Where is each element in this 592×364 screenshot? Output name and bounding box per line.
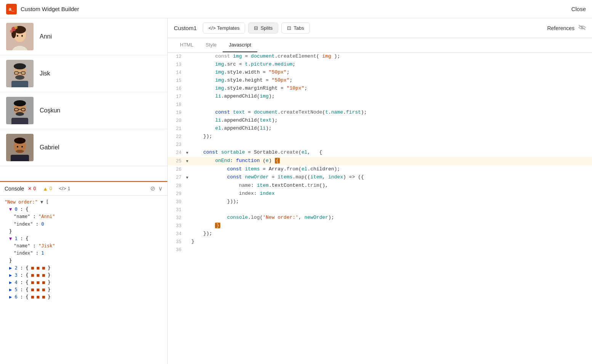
svg-rect-19 (11, 118, 28, 124)
line-number: 25 (168, 157, 186, 165)
code-line-28: 28 name: item.textContent.trim(), (168, 182, 592, 190)
code-line-26: 26 const items = Array.from(el.children)… (168, 165, 592, 173)
line-number: 17 (168, 93, 186, 101)
svg-point-21 (14, 100, 26, 106)
line-number: 29 (168, 190, 186, 198)
line-content: el.appendChild(li); (191, 125, 592, 132)
line-content: const items = Array.from(el.children); (191, 165, 592, 173)
line-number: 33 (168, 222, 186, 230)
eye-slash-svg (578, 25, 586, 30)
svg-point-9 (21, 35, 23, 37)
svg-rect-11 (11, 81, 28, 87)
code-line-21: 21 el.appendChild(li); (168, 125, 592, 133)
line-arrow (186, 246, 191, 247)
tab-javascript[interactable]: Javascript (223, 38, 257, 52)
code-line-13: 13 img.src = t.picture.medium; (168, 61, 592, 69)
close-button[interactable]: Close (571, 6, 586, 12)
topbar-left: a_ Custom Widget Builder (6, 4, 79, 14)
line-content: onEnd: function (e) { (191, 157, 592, 165)
console-line: "name" : "Jisk" (5, 242, 163, 250)
tab-style[interactable]: Style (199, 38, 223, 52)
svg-point-31 (17, 146, 18, 148)
tabs-button[interactable]: ⊡ Tabs (281, 22, 310, 34)
code-line-22: 22 }); (168, 133, 592, 141)
line-content (191, 141, 592, 148)
line-arrow (186, 133, 191, 133)
console-line[interactable]: ▶ 2 : { ■ ■ ■ } (5, 265, 163, 272)
tabs-icon: ⊡ (287, 25, 291, 31)
line-content: }); (191, 230, 592, 237)
line-arrow (186, 61, 191, 61)
code-line-34: 34 }); (168, 230, 592, 238)
code-line-35: 35 } (168, 238, 592, 246)
list-item[interactable]: Anni (0, 18, 167, 55)
line-arrow (186, 85, 191, 85)
line-number: 27 (168, 173, 186, 181)
console-line[interactable]: ▶ 3 : { ■ ■ ■ } (5, 272, 163, 279)
references-section: References (547, 25, 586, 32)
warn-icon: ▲ (43, 186, 48, 192)
code-line-30: 30 })); (168, 198, 592, 206)
line-number: 34 (168, 230, 186, 238)
console-line[interactable]: ▶ 4 : { ■ ■ ■ } (5, 279, 163, 286)
console-line[interactable]: ▶ 5 : { ■ ■ ■ } (5, 286, 163, 293)
code-line-33: 33 } (168, 222, 592, 230)
widget-name: Custom1 (174, 25, 197, 31)
code-line-15: 15 img.style.height = "50px"; (168, 77, 592, 85)
code-line-29: 29 index: index (168, 190, 592, 198)
line-content: li.appendChild(text); (191, 117, 592, 124)
svg-point-8 (17, 35, 18, 37)
no-entry-icon[interactable]: ⊘ (150, 185, 155, 192)
expand-icon[interactable]: ∨ (158, 185, 163, 192)
splits-button[interactable]: ⊟ Console Splits (248, 22, 278, 34)
line-arrow (186, 206, 191, 207)
code-line-19: 19 const text = document.createTextNode(… (168, 109, 592, 117)
list-item[interactable]: Jisk (0, 55, 167, 92)
line-arrow (186, 222, 191, 223)
line-number: 20 (168, 117, 186, 125)
code-line-32: 32 console.log('New order:', newOrder); (168, 214, 592, 222)
avatar-image (6, 23, 34, 50)
line-content: const text = document.createTextNode(t.n… (191, 109, 592, 116)
console-line: ▼ 0 : { (5, 206, 163, 213)
line-arrow (186, 190, 191, 191)
line-content: } (191, 238, 592, 245)
console-body: "New order:" ▼ [ ▼ 0 : { "name" : "Anni" (0, 196, 167, 364)
svg-point-29 (14, 138, 26, 144)
line-arrow (186, 93, 191, 93)
line-content: index: index (191, 190, 592, 197)
app-title: Custom Widget Builder (21, 6, 79, 12)
line-arrow (186, 117, 191, 117)
line-arrow (186, 109, 191, 109)
person-name: Gabriel (40, 144, 59, 151)
line-arrow (186, 198, 191, 199)
line-arrow: ▼ (186, 149, 191, 157)
console-line[interactable]: ▶ 6 : { ■ ■ ■ } (5, 293, 163, 301)
line-number: 21 (168, 125, 186, 133)
console-warn-badge: ▲ 0 (43, 186, 52, 192)
list-item[interactable]: Gabriel (0, 129, 167, 166)
console-label: "New order:" (5, 199, 38, 205)
line-number: 13 (168, 61, 186, 69)
line-number: 31 (168, 206, 186, 214)
line-number: 28 (168, 182, 186, 190)
splits-icon: ⊟ (254, 25, 258, 31)
line-arrow (186, 182, 191, 183)
list-item[interactable]: Coşkun (0, 92, 167, 129)
line-number: 19 (168, 109, 186, 117)
code-line-14: 14 img.style.width = "50px"; (168, 69, 592, 77)
people-list: Anni (0, 18, 167, 181)
line-number: 32 (168, 214, 186, 222)
code-editor[interactable]: 12 const img = document.createElement( i… (168, 53, 592, 364)
avatar-image (6, 60, 34, 87)
svg-point-32 (21, 146, 23, 148)
console-line: } (5, 257, 163, 265)
line-number: 12 (168, 53, 186, 61)
avatar (6, 23, 34, 50)
eye-slash-icon[interactable] (578, 25, 586, 32)
tab-html[interactable]: HTML (174, 38, 199, 52)
templates-button[interactable]: </> Templates (203, 22, 245, 34)
line-arrow (186, 230, 191, 231)
line-arrow: ▼ (186, 157, 191, 165)
topbar: a_ Custom Widget Builder Close (0, 0, 592, 18)
